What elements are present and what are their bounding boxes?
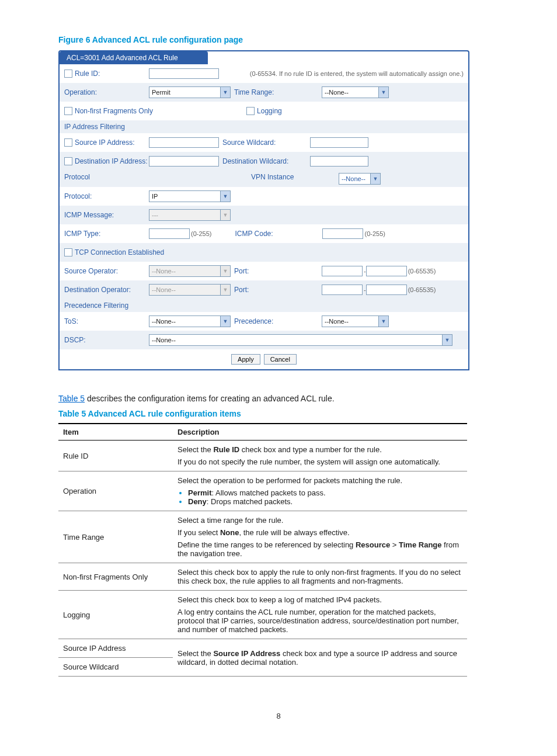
- tos-select[interactable]: --None-- ▼: [149, 315, 231, 327]
- operation-select[interactable]: Permit ▼: [149, 86, 231, 98]
- src-op-label: Source Operator:: [64, 267, 149, 275]
- precedence-select[interactable]: --None-- ▼: [322, 315, 389, 327]
- icmp-code-hint: (0-255): [363, 230, 385, 237]
- protocol-header: Protocol: [64, 173, 251, 185]
- dst-wc-label: Destination Wildcard:: [219, 157, 310, 165]
- icmp-type-hint: (0-255): [190, 230, 211, 237]
- rule-id-hint: (0-65534. If no rule ID is entered, the …: [219, 70, 464, 77]
- src-wc-label: Source Wildcard:: [219, 138, 310, 147]
- item-src-wc: Source Wildcard: [58, 658, 173, 677]
- ip-filtering-header: IP Address Filtering: [60, 120, 468, 133]
- tcp-established-checkbox[interactable]: [64, 248, 72, 256]
- dscp-select[interactable]: --None-- ▼: [149, 334, 452, 346]
- body-text: Table 5 describes the configuration item…: [58, 394, 499, 403]
- panel-title: ACL=3001 Add Advanced ACL Rule: [60, 51, 208, 64]
- table-5-link[interactable]: Table 5: [58, 394, 85, 403]
- chevron-down-icon: ▼: [370, 174, 380, 184]
- rule-id-label: Rule ID:: [75, 70, 100, 78]
- dst-ip-label: Destination IP Address:: [75, 157, 148, 165]
- port-hint-1: (0-65535): [407, 268, 436, 275]
- dst-op-select: --None-- ▼: [149, 284, 231, 296]
- dst-ip-checkbox[interactable]: [64, 157, 72, 165]
- item-rule-id: Rule ID: [58, 441, 173, 471]
- dst-port-from[interactable]: [322, 285, 363, 295]
- rule-id-input[interactable]: [149, 68, 219, 79]
- item-src-ip: Source IP Address: [58, 639, 173, 658]
- chevron-down-icon: ▼: [220, 285, 230, 295]
- precedence-header: Precedence Filtering: [60, 299, 468, 312]
- logging-checkbox[interactable]: [246, 107, 255, 115]
- config-items-table: Item Description Rule ID Select the Rule…: [58, 423, 467, 677]
- src-port-from[interactable]: [322, 266, 363, 276]
- dst-port-to[interactable]: [366, 285, 407, 295]
- dst-wc-input[interactable]: [310, 156, 368, 167]
- chevron-down-icon: ▼: [378, 316, 388, 327]
- src-wc-input[interactable]: [310, 137, 368, 148]
- src-ip-checkbox[interactable]: [64, 138, 72, 147]
- icmp-msg-select: --- ▼: [149, 209, 231, 221]
- table-caption: Table 5 Advanced ACL rule configuration …: [58, 409, 499, 418]
- desc-rule-id: Select the Rule ID check box and type a …: [173, 441, 467, 471]
- cancel-button[interactable]: Cancel: [264, 354, 297, 365]
- chevron-down-icon: ▼: [220, 266, 230, 276]
- logging-label: Logging: [257, 107, 282, 115]
- icmp-msg-label: ICMP Message:: [64, 211, 149, 219]
- src-op-select: --None-- ▼: [149, 265, 231, 277]
- desc-operation: Select the operation to be performed for…: [173, 471, 467, 511]
- chevron-down-icon: ▼: [220, 191, 230, 202]
- item-time-range: Time Range: [58, 511, 173, 563]
- icmp-type-label: ICMP Type:: [64, 230, 149, 238]
- port-hint-2: (0-65535): [407, 286, 436, 293]
- apply-button[interactable]: Apply: [231, 354, 260, 365]
- icmp-type-input[interactable]: [149, 228, 190, 239]
- desc-src-ip: Select the Source IP Address check box a…: [173, 639, 467, 677]
- acl-panel: ACL=3001 Add Advanced ACL Rule Rule ID: …: [58, 50, 469, 370]
- time-range-label: Time Range:: [231, 88, 322, 96]
- src-ip-input[interactable]: [149, 137, 219, 148]
- src-port-to[interactable]: [366, 266, 407, 276]
- chevron-down-icon: ▼: [220, 87, 230, 98]
- time-range-select[interactable]: --None-- ▼: [322, 86, 389, 98]
- port-label-1: Port:: [231, 267, 322, 275]
- dscp-label: DSCP:: [64, 336, 149, 344]
- operation-label: Operation:: [64, 88, 149, 96]
- desc-time-range: Select a time range for the rule. If you…: [173, 511, 467, 563]
- tcp-established-label: TCP Connection Established: [75, 248, 164, 256]
- non-first-checkbox[interactable]: [64, 107, 72, 115]
- th-item: Item: [58, 424, 173, 441]
- dst-ip-input[interactable]: [149, 156, 219, 167]
- precedence-label: Precedence:: [231, 317, 322, 325]
- protocol-select[interactable]: IP ▼: [149, 190, 231, 202]
- item-non-first: Non-first Fragments Only: [58, 563, 173, 591]
- item-operation: Operation: [58, 471, 173, 511]
- port-label-2: Port:: [231, 286, 322, 294]
- icmp-code-input[interactable]: [322, 228, 363, 239]
- chevron-down-icon: ▼: [220, 316, 230, 327]
- dst-op-label: Destination Operator:: [64, 286, 149, 294]
- desc-non-first: Select this check box to apply the rule …: [173, 563, 467, 591]
- vpn-instance-select[interactable]: --None-- ▼: [339, 173, 381, 185]
- page-number: 8: [58, 712, 499, 720]
- chevron-down-icon: ▼: [220, 210, 230, 220]
- tos-label: ToS:: [64, 317, 149, 325]
- protocol-label: Protocol:: [64, 192, 149, 200]
- vpn-instance-label: VPN Instance: [251, 173, 339, 185]
- desc-logging: Select this check box to keep a log of m…: [173, 591, 467, 639]
- rule-id-checkbox[interactable]: [64, 70, 72, 78]
- src-ip-label: Source IP Address:: [75, 138, 135, 147]
- item-logging: Logging: [58, 591, 173, 639]
- non-first-label: Non-first Fragments Only: [75, 107, 153, 115]
- icmp-code-label: ICMP Code:: [211, 230, 322, 238]
- protocol-header-row: Protocol VPN Instance --None-- ▼: [60, 171, 468, 187]
- th-desc: Description: [173, 424, 467, 441]
- figure-caption: Figure 6 Advanced ACL rule configuration…: [58, 35, 499, 44]
- chevron-down-icon: ▼: [378, 87, 388, 98]
- chevron-down-icon: ▼: [442, 335, 452, 345]
